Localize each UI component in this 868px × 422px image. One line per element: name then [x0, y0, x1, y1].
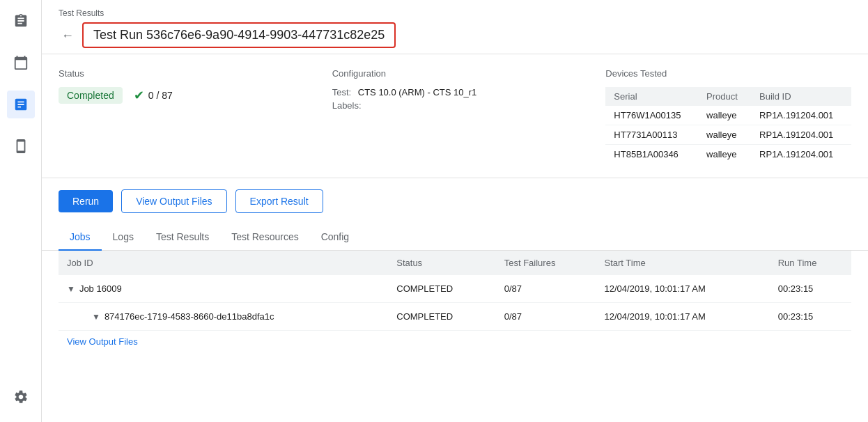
buttons-row: Rerun View Output Files Export Result [42, 178, 868, 224]
jobs-table: Job ID Status Test Failures Start Time R… [59, 251, 851, 331]
jobs-col-runtime: Run Time [770, 251, 851, 275]
device-product: walleye [698, 145, 751, 164]
status-label: Status [59, 68, 304, 79]
tab-logs[interactable]: Logs [102, 224, 145, 251]
test-config-row: Test: CTS 10.0 (ARM) - CTS 10_r1 [332, 87, 578, 97]
jobs-col-status: Status [388, 251, 495, 275]
jobs-col-starttime: Start Time [596, 251, 770, 275]
device-serial: HT85B1A00346 [605, 145, 698, 164]
job-failures: 0/87 [496, 303, 596, 331]
jobs-col-id: Job ID [59, 251, 388, 275]
device-serial: HT76W1A00135 [605, 106, 698, 125]
check-circle-icon: ✔ [134, 88, 144, 103]
device-product: walleye [698, 125, 751, 145]
devices-block: Devices Tested Serial Product Build ID H… [605, 68, 851, 164]
back-button[interactable]: ← [59, 28, 77, 43]
jobs-table-row: ▼874176ec-1719-4583-8660-de11ba8dfa1c CO… [59, 303, 851, 331]
devices-table: Serial Product Build ID HT76W1A00135 wal… [605, 87, 851, 164]
configuration-block: Configuration Test: CTS 10.0 (ARM) - CTS… [332, 68, 578, 164]
jobs-section: Job ID Status Test Failures Start Time R… [42, 251, 868, 422]
job-failures: 0/87 [496, 275, 596, 303]
pass-count-value: 0 / 87 [148, 90, 173, 101]
test-config-value: CTS 10.0 (ARM) - CTS 10_r1 [358, 87, 477, 97]
labels-config-label: Labels: [332, 100, 362, 111]
configuration-label: Configuration [332, 68, 578, 79]
devices-label: Devices Tested [605, 68, 851, 79]
breadcrumb: Test Results [59, 8, 851, 18]
main-content: Test Results ← Test Run 536c76e6-9a90-49… [42, 0, 868, 422]
jobs-col-failures: Test Failures [496, 251, 596, 275]
test-config-label: Test: [332, 87, 351, 97]
job-start-time: 12/04/2019, 10:01:17 AM [596, 275, 770, 303]
devices-table-row: HT7731A00113 walleye RP1A.191204.001 [605, 125, 851, 145]
tab-config[interactable]: Config [310, 224, 360, 251]
clipboard-icon[interactable] [7, 7, 35, 35]
device-buildid: RP1A.191204.001 [751, 106, 851, 125]
status-block: Status Completed ✔ 0 / 87 [59, 68, 304, 164]
gear-icon[interactable] [7, 383, 35, 411]
devices-table-row: HT76W1A00135 walleye RP1A.191204.001 [605, 106, 851, 125]
tab-test-resources[interactable]: Test Resources [220, 224, 309, 251]
job-status: COMPLETED [388, 275, 495, 303]
test-run-row: ← Test Run 536c76e6-9a90-4914-9903-44773… [59, 22, 851, 48]
info-section: Status Completed ✔ 0 / 87 Configuration … [42, 54, 868, 178]
status-badge: Completed [59, 87, 123, 104]
view-output-button[interactable]: View Output Files [121, 189, 226, 213]
device-buildid: RP1A.191204.001 [751, 145, 851, 164]
header: Test Results ← Test Run 536c76e6-9a90-49… [42, 0, 868, 54]
test-run-title: Test Run 536c76e6-9a90-4914-9903-447731c… [82, 22, 396, 48]
chart-icon[interactable] [7, 91, 35, 118]
labels-config-row: Labels: [332, 100, 578, 111]
device-product: walleye [698, 106, 751, 125]
expand-job-button[interactable]: ▼ [67, 284, 75, 294]
device-serial: HT7731A00113 [605, 125, 698, 145]
expand-job-button[interactable]: ▼ [92, 312, 100, 322]
view-output-files-link[interactable]: View Output Files [59, 331, 146, 352]
tabs: JobsLogsTest ResultsTest ResourcesConfig [42, 224, 868, 251]
export-result-button[interactable]: Export Result [235, 189, 323, 213]
tab-test-results[interactable]: Test Results [145, 224, 220, 251]
rerun-button[interactable]: Rerun [59, 190, 113, 212]
devices-col-buildid: Build ID [751, 87, 851, 106]
jobs-table-row: ▼Job 16009 COMPLETED 0/87 12/04/2019, 10… [59, 275, 851, 303]
tab-jobs[interactable]: Jobs [59, 224, 102, 251]
job-id: ▼874176ec-1719-4583-8660-de11ba8dfa1c [59, 303, 388, 331]
status-row: Completed ✔ 0 / 87 [59, 87, 304, 104]
devices-col-serial: Serial [605, 87, 698, 106]
sidebar [0, 0, 42, 422]
devices-table-row: HT85B1A00346 walleye RP1A.191204.001 [605, 145, 851, 164]
job-start-time: 12/04/2019, 10:01:17 AM [596, 303, 770, 331]
pass-count: ✔ 0 / 87 [134, 88, 173, 103]
job-id: ▼Job 16009 [59, 275, 388, 303]
job-status: COMPLETED [388, 303, 495, 331]
calendar-icon[interactable] [7, 49, 35, 77]
devices-col-product: Product [698, 87, 751, 106]
job-run-time: 00:23:15 [770, 275, 851, 303]
device-buildid: RP1A.191204.001 [751, 125, 851, 145]
job-run-time: 00:23:15 [770, 303, 851, 331]
phone-icon[interactable] [7, 132, 35, 160]
